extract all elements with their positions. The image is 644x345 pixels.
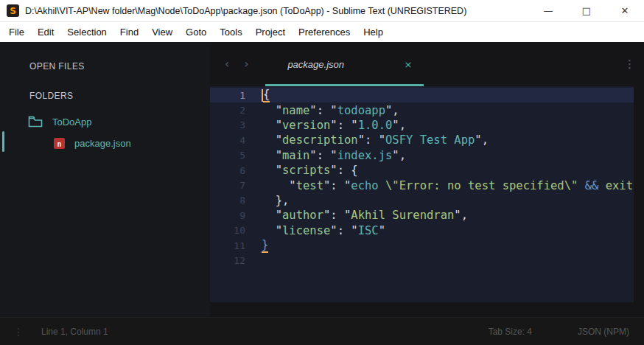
cursor-position: Line 1, Column 1 xyxy=(41,327,108,337)
tab-next-icon[interactable]: › xyxy=(237,58,256,71)
line-number: 6 xyxy=(210,165,245,176)
code-line-7: 7 "test": "echo \"Error: no test specifi… xyxy=(210,178,634,192)
status-bar: ⋮ Line 1, Column 1 Tab Size: 4 JSON (NPM… xyxy=(0,317,644,345)
titlebar: S D:\Akhil\VIT-AP\New folder\Mag\Node\To… xyxy=(0,0,644,22)
tab-prev-icon[interactable]: ‹ xyxy=(217,58,237,71)
code-line-2: 2 "name": "todoapp", xyxy=(210,102,634,117)
status-menu-icon[interactable]: ⋮ xyxy=(13,326,24,338)
code-line-4: 4 "description": "OSFY Test App", xyxy=(210,133,634,147)
window-title: D:\Akhil\VIT-AP\New folder\Mag\Node\ToDo… xyxy=(25,6,466,16)
code-line-3: 3 "version": "1.0.0", xyxy=(210,118,634,133)
syntax-indicator[interactable]: JSON (NPM) xyxy=(578,327,629,337)
open-files-section-header[interactable]: OPEN FILES xyxy=(29,61,210,72)
tab-strip: ‹ › package.json × ⋮ xyxy=(210,42,644,86)
sidebar-file-packagejson[interactable]: n package.json xyxy=(54,138,210,149)
code-line-5: 5 "main": "index.js", xyxy=(210,148,634,163)
minimize-button[interactable]: — xyxy=(529,0,567,21)
line-number: 1 xyxy=(210,90,245,101)
folder-name: ToDoApp xyxy=(52,116,91,128)
editor-content: ‹ › package.json × ⋮ 1{2 "name": "todoap… xyxy=(210,42,644,317)
close-button[interactable]: ✕ xyxy=(606,0,644,21)
tab-size-indicator[interactable]: Tab Size: 4 xyxy=(489,327,532,337)
sidebar-scrollbar[interactable] xyxy=(2,131,4,152)
menu-item-file[interactable]: File xyxy=(2,27,31,38)
menu-item-view[interactable]: View xyxy=(145,27,179,38)
line-number: 10 xyxy=(210,225,245,236)
tab-label: package.json xyxy=(287,59,404,70)
menu-item-tools[interactable]: Tools xyxy=(213,27,248,38)
menu-item-goto[interactable]: Goto xyxy=(179,27,213,38)
maximize-button[interactable]: □ xyxy=(567,0,606,21)
code-line-8: 8 }, xyxy=(210,193,634,208)
line-number: 3 xyxy=(210,119,245,130)
line-number: 11 xyxy=(210,240,245,251)
tab-overflow-menu-icon[interactable]: ⋮ xyxy=(624,58,635,71)
folders-section-header[interactable]: FOLDERS xyxy=(29,91,210,101)
line-number: 7 xyxy=(210,180,245,191)
code-line-6: 6 "scripts": { xyxy=(210,163,634,178)
code-line-1: 1{ xyxy=(210,88,634,102)
menu-item-edit[interactable]: Edit xyxy=(31,27,60,38)
menubar: FileEditSelectionFindViewGotoToolsProjec… xyxy=(0,22,644,42)
line-number: 9 xyxy=(210,210,245,221)
line-number: 2 xyxy=(210,105,245,116)
line-number: 5 xyxy=(210,150,245,161)
code-line-9: 9 "author": "Akhil Surendran", xyxy=(210,208,634,223)
menu-item-preferences[interactable]: Preferences xyxy=(292,27,357,38)
menu-item-find[interactable]: Find xyxy=(113,27,145,38)
menu-item-project[interactable]: Project xyxy=(249,27,292,38)
main-area: OPEN FILES FOLDERS ToDoApp n package.jso… xyxy=(0,42,644,317)
menu-item-selection[interactable]: Selection xyxy=(60,27,113,38)
code-line-10: 10 "license": "ISC" xyxy=(210,223,634,238)
code-line-11: 11} xyxy=(210,238,634,253)
tab-packagejson[interactable]: package.json × xyxy=(265,42,424,86)
menu-item-help[interactable]: Help xyxy=(357,27,390,38)
sidebar-folder-todoapp[interactable]: ToDoApp xyxy=(28,116,210,128)
npm-file-icon: n xyxy=(54,138,65,149)
sidebar: OPEN FILES FOLDERS ToDoApp n package.jso… xyxy=(0,42,210,317)
tab-close-icon[interactable]: × xyxy=(404,59,412,70)
line-number: 4 xyxy=(210,135,245,146)
code-area[interactable]: 1{2 "name": "todoapp",3 "version": "1.0.… xyxy=(210,86,634,302)
sublime-logo-icon: S xyxy=(7,4,19,17)
code-line-12: 12 xyxy=(210,253,634,268)
file-name: package.json xyxy=(74,138,131,149)
line-number: 8 xyxy=(210,195,245,206)
folder-icon xyxy=(28,116,43,128)
window-controls: — □ ✕ xyxy=(529,0,644,21)
line-number: 12 xyxy=(210,255,245,266)
